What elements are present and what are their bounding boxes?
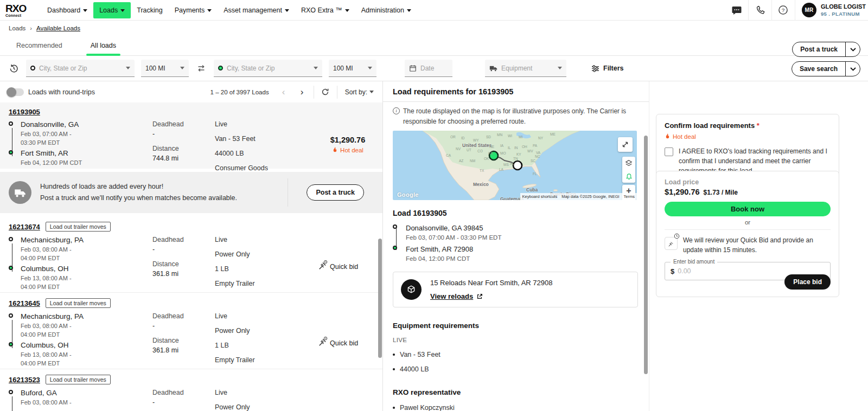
load-id-link[interactable]: 16213645 (9, 299, 40, 307)
nav-rxo-extra[interactable]: RXO Extra ™ (295, 2, 355, 18)
nav-administration[interactable]: Administration (355, 2, 417, 18)
chevron-down-icon (369, 91, 374, 93)
load-detail-pane: Load requirements for 16193905 i The rou… (383, 81, 649, 411)
trailer-moves-badge: Load out trailer moves (46, 298, 111, 308)
price-per-mile: $1.73 / Mile (704, 189, 738, 196)
rxo-logo[interactable]: RXO Connect (5, 3, 34, 17)
breadcrumb-loads[interactable]: Loads (9, 25, 25, 31)
load-id-link[interactable]: 16213523 (9, 376, 40, 384)
promo-line2: Post a truck and we'll notify you when m… (40, 192, 279, 204)
quick-bid-button[interactable]: Quick bid (318, 336, 358, 347)
reloads-card: 15 Reloads Near Fort Smith, AR 72908 Vie… (393, 272, 638, 307)
origin-stop-icon (9, 237, 13, 241)
load-card-16193905[interactable]: 16193905 Donalsonville, GA Feb 03, 07:00… (0, 102, 382, 169)
detail-load-title: Load 16193905 (393, 209, 639, 217)
bid-field-label: Enter bid amount (671, 259, 717, 265)
tab-recommended[interactable]: Recommended (2, 36, 76, 55)
view-reloads-link[interactable]: View reloads (430, 292, 483, 300)
search-history-button[interactable] (8, 63, 20, 74)
nav-tracking[interactable]: Tracking (131, 2, 168, 18)
hot-deal-badge: Hot deal (665, 133, 696, 140)
tab-all-loads[interactable]: All loads (76, 36, 130, 55)
quick-bid-button[interactable]: Quick bid (318, 260, 358, 271)
terms-link[interactable]: Terms (622, 193, 637, 200)
map-alerts-bell-button[interactable] (622, 170, 635, 183)
quick-bid-gavel-icon (665, 237, 678, 250)
refresh-button[interactable] (318, 85, 333, 99)
divider (665, 229, 831, 230)
date-input[interactable] (420, 65, 448, 72)
load-price-amount: $1,290.76 (665, 188, 700, 196)
chevron-down-icon (407, 9, 411, 12)
help-icon: ? (778, 5, 788, 15)
google-logo: Google (397, 191, 419, 198)
origin-city-field[interactable] (26, 60, 135, 77)
date-field[interactable] (405, 60, 452, 77)
info-icon: i (393, 107, 400, 114)
destination-city: Columbus, OH (21, 341, 144, 349)
next-page-button[interactable]: › (295, 85, 309, 99)
destination-radius-select[interactable]: 100 MI (329, 60, 376, 77)
post-a-truck-dropdown[interactable] (845, 42, 860, 56)
nav-dashboard[interactable]: Dashboard (41, 2, 93, 18)
round-trips-toggle[interactable] (8, 88, 24, 96)
filters-button[interactable]: Filters (587, 61, 628, 75)
equipment-select[interactable]: Equipment (485, 60, 566, 77)
load-card-16213645[interactable]: 16213645 Load out trailer moves Mechanic… (0, 293, 382, 369)
truck-icon (9, 181, 31, 204)
save-search-button[interactable]: Save search (792, 61, 860, 76)
chevron-down-icon (83, 9, 87, 12)
help-button[interactable]: ? (772, 0, 795, 20)
list-scrollbar[interactable] (378, 239, 382, 358)
promo-post-a-truck-button[interactable]: Post a truck (307, 184, 364, 201)
reloads-title: 15 Reloads Near Fort Smith, AR 72908 (430, 279, 552, 287)
map-layers-button[interactable] (622, 157, 635, 170)
map-layer-controls (622, 157, 635, 183)
equipment-item: Van - 53 Feet (393, 351, 639, 358)
flame-icon (332, 146, 338, 153)
keyboard-shortcuts-link[interactable]: Keyboard shortcuts (520, 193, 560, 200)
origin-radius-select[interactable]: 100 MI (141, 60, 189, 77)
origin-city-input[interactable] (39, 65, 122, 72)
detail-origin-city: Donalsonville, GA 39845 (406, 224, 639, 232)
book-now-button[interactable]: Book now (665, 202, 831, 216)
detail-scrollbar[interactable] (644, 136, 648, 374)
save-search-dropdown[interactable] (845, 62, 860, 76)
sort-by-select[interactable]: Sort by: (342, 88, 377, 96)
load-card-16213674[interactable]: 16213674 Load out trailer moves Mechanic… (0, 216, 382, 293)
chat-button[interactable] (725, 0, 748, 20)
post-a-truck-button[interactable]: Post a truck (792, 42, 860, 57)
booking-pane: Confirm load requirements * Hot deal I A… (649, 81, 868, 411)
search-filters-row: 100 MI 100 MI Equipment Filters (0, 56, 868, 81)
top-navigation-bar: RXO Connect Dashboard Loads Tracking Pay… (0, 0, 868, 21)
calendar-icon (409, 65, 417, 72)
route-disclaimer: i The route displayed on the map is for … (393, 106, 638, 126)
phone-button[interactable] (749, 0, 771, 20)
swap-origin-destination-button[interactable] (195, 64, 207, 73)
agree-checkbox[interactable] (665, 147, 673, 156)
pagination-text: 1 – 20 of 3997 Loads (210, 89, 269, 95)
map-fullscreen-button[interactable] (618, 137, 633, 152)
destination-city-input[interactable] (227, 65, 310, 72)
previous-page-button[interactable]: ‹ (277, 85, 291, 99)
load-id-link[interactable]: 16193905 (9, 108, 40, 116)
clock-icon (674, 233, 680, 239)
place-bid-button[interactable]: Place bid (784, 274, 831, 290)
load-id-link[interactable]: 16213674 (9, 223, 40, 231)
bid-amount-input[interactable] (678, 267, 825, 275)
nav-loads[interactable]: Loads (93, 2, 131, 18)
nav-payments[interactable]: Payments (169, 2, 218, 18)
account-menu[interactable]: MR GLOBE LOGIST 95 . PLATINUM (795, 0, 868, 20)
equipment-requirements-heading: Equipment requirements (393, 322, 639, 330)
destination-city-field[interactable] (214, 60, 322, 77)
divider (337, 86, 337, 99)
destination-stop-icon (393, 246, 397, 250)
load-card-16213523[interactable]: 16213523 Load out trailer moves Buford, … (0, 369, 382, 411)
breadcrumb-available-loads[interactable]: Available Loads (36, 25, 80, 31)
nav-asset-management[interactable]: Asset management (218, 2, 295, 18)
avatar: MR (802, 3, 816, 17)
map-origin-marker (513, 161, 522, 170)
history-icon (9, 63, 19, 74)
route-map[interactable]: United StatesMexicoCubaPuerto RicoGuatem… (393, 131, 637, 200)
map-data-attribution: Map data ©2025 Google, INEGI (559, 193, 621, 200)
